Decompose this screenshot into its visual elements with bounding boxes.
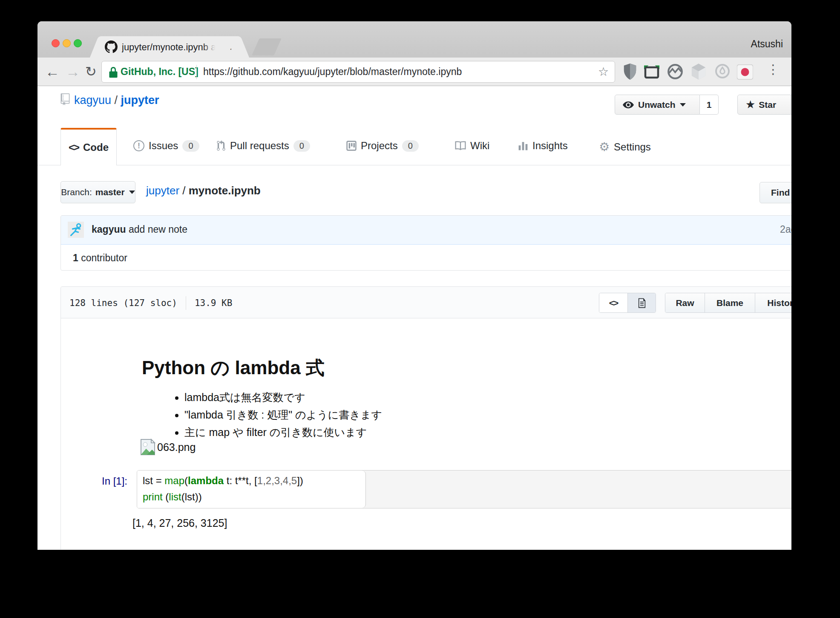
zoom-window-button[interactable] [74,39,82,47]
unwatch-button[interactable]: Unwatch [615,95,700,115]
projects-count-badge: 0 [402,140,419,152]
raw-button[interactable]: Raw [665,293,705,312]
watch-count[interactable]: 1 [700,95,719,115]
droplet-extension-icon[interactable] [715,64,732,81]
commit-author[interactable]: kagyuu [92,224,126,235]
repo-owner-link[interactable]: kagyuu [74,94,111,107]
shield-extension-icon[interactable] [623,64,640,81]
tab-insights[interactable]: Insights [518,140,568,152]
tab-projects-label: Projects [361,140,398,152]
tab-pulls-label: Pull requests [230,140,289,152]
broken-image-icon [140,439,155,456]
close-window-button[interactable] [52,39,60,47]
breadcrumb-filename: mynote.ipynb [189,184,261,197]
chevron-down-icon [129,191,135,194]
star-count[interactable] [791,95,791,115]
tab-pull-requests[interactable]: Pull requests 0 [216,140,310,152]
repo-book-icon [60,93,70,105]
star-button[interactable]: ★ Star [737,95,791,115]
bookmark-star-icon[interactable]: ☆ [598,65,609,79]
latest-commit-bar: kagyuu add new note 2ac [61,216,791,245]
back-icon[interactable]: ← [45,64,60,80]
view-toggle-group: <> [599,293,656,313]
contributors-row[interactable]: 1 contributor [73,252,127,264]
tab-projects[interactable]: Projects 0 [346,140,419,152]
tab-wiki[interactable]: Wiki [455,140,489,152]
document-icon [638,297,646,309]
commit-sha[interactable]: 2ac [780,224,791,235]
notebook-render: Python の lambda 式 lambda式は無名変数です "lambda… [61,318,791,550]
new-tab-button[interactable] [252,38,282,55]
contributors-count: 1 [73,252,78,263]
chevron-down-icon [680,103,686,107]
browser-tab[interactable]: jupyter/mynote.ipynb at master × [101,36,238,58]
tab-wiki-label: Wiki [470,140,489,152]
reload-icon[interactable]: ↻ [85,64,97,80]
commit-box: kagyuu add new note 2ac 1 contributor [60,215,791,271]
unwatch-label: Unwatch [638,100,676,110]
file-size: 13.9 KB [195,298,233,308]
star-label: Star [759,100,776,110]
screen-capture-extension-icon[interactable] [644,65,661,82]
list-item: "lambda 引き数 : 処理" のように書きます [184,406,382,424]
find-file-button[interactable]: Find file [759,182,791,203]
star-icon: ★ [745,98,755,111]
forward-icon[interactable]: → [66,64,80,80]
branch-name: master [95,187,125,197]
broken-image-row: 063.png [140,439,196,456]
lock-icon [109,67,118,78]
tab-issues[interactable]: ! Issues 0 [133,140,199,152]
cube-extension-icon[interactable] [691,64,708,81]
tab-code[interactable]: <> Code [60,128,117,165]
browser-profile-name[interactable]: Atsushi [751,38,783,50]
breadcrumb-separator: / [179,184,189,197]
browser-toolbar: ← → ↻ GitHub, Inc. [US] https://github.c… [37,58,791,86]
notebook-bullet-list: lambda式は無名変数です "lambda 引き数 : 処理" のように書きま… [167,389,382,441]
notebook-heading: Python の lambda 式 [142,355,325,381]
source-view-button[interactable]: <> [599,293,627,312]
wave-chart-extension-icon[interactable] [667,64,684,81]
tab-close-icon[interactable]: × [230,41,236,54]
branch-selector-button[interactable]: Branch: master [60,181,135,203]
url-bar[interactable]: GitHub, Inc. [US] https://github.com/kag… [101,61,615,83]
projects-icon [346,141,357,151]
commit-message-text[interactable]: add new note [129,224,187,235]
repo-nav: <> Code ! Issues 0 Pull requests 0 [37,128,791,165]
contributors-label: contributor [78,252,127,263]
github-page: kagyuu / jupyter Unwatch 1 ★ Star <> Cod… [37,86,791,550]
commit-message[interactable]: kagyuu add new note [92,224,187,235]
insights-graph-icon [518,141,528,151]
raw-blame-history-group: Raw Blame History [665,293,791,313]
pull-request-icon [216,140,226,151]
minimize-window-button[interactable] [63,39,71,47]
screenshot-canvas: jupyter/mynote.ipynb at master × Atsushi… [0,0,840,618]
broken-image-label: 063.png [157,441,196,453]
breadcrumb-repo-link[interactable]: jupyter [146,184,179,197]
branch-label: Branch: [61,187,92,197]
history-button[interactable]: History [755,293,791,312]
repo-header: kagyuu / jupyter [60,92,159,109]
list-item: lambda式は無名変数です [184,389,382,406]
avatar[interactable] [68,222,84,238]
tab-settings[interactable]: ⚙ Settings [599,140,651,154]
file-box: 128 lines (127 sloc) 13.9 KB <> Raw Blam… [60,286,791,550]
ev-certificate-label[interactable]: GitHub, Inc. [US] [121,66,198,78]
browser-window: jupyter/mynote.ipynb at master × Atsushi… [37,21,791,550]
repo-name-link[interactable]: jupyter [121,94,159,107]
blame-button[interactable]: Blame [705,293,755,312]
tab-code-label: Code [83,142,109,153]
file-info: 128 lines (127 sloc) 13.9 KB [69,296,232,310]
issue-icon: ! [133,140,144,151]
tab-insights-label: Insights [532,140,568,152]
pulls-count-badge: 0 [293,140,310,152]
browser-menu-dots-icon[interactable]: ⋮ [767,62,780,77]
breadcrumb: jupyter / mynote.ipynb [146,184,261,197]
code-input-area[interactable]: lst = map(lambda t: t**t, [1,2,3,4,5]) p… [137,470,791,508]
tab-settings-label: Settings [614,141,651,153]
url-text[interactable]: https://github.com/kagyuu/jupyter/blob/m… [203,66,462,78]
recorder-extension-icon[interactable] [737,64,754,81]
url-divider [196,65,197,79]
gear-icon: ⚙ [599,140,610,154]
rendered-view-button[interactable] [627,293,656,312]
issues-count-badge: 0 [182,140,199,152]
